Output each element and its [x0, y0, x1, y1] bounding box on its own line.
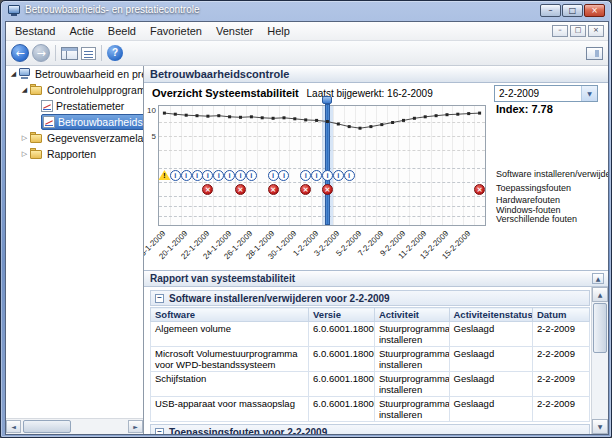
date-dropdown[interactable]: 2-2-2009 ▼ [494, 85, 598, 102]
table-cell: Stuurprogramma installeren [374, 372, 449, 397]
child-close-button[interactable]: × [588, 25, 604, 37]
collapse-icon[interactable]: − [155, 428, 164, 435]
forward-button[interactable]: → [32, 44, 50, 62]
column-header[interactable]: Datum [532, 308, 589, 322]
table-row[interactable]: Schijfstation6.0.6001.18000Stuurprogramm… [151, 372, 590, 397]
tree-item-betrouwbaarheidscontrole[interactable]: Betrouwbaarheidscontrole [6, 114, 143, 130]
section-software-installs[interactable]: − Software installeren/verwijderen voor … [150, 290, 590, 306]
error-icon: × [268, 184, 279, 195]
reliability-chart-icon [43, 116, 55, 128]
menu-help[interactable]: Help [260, 24, 297, 38]
warning-icon: ! [158, 170, 170, 180]
table-cell: Stuurprogramma installeren [374, 397, 449, 422]
scroll-down-arrow[interactable]: ▼ [592, 419, 608, 434]
overview-title: Overzicht Systeemstabiliteit [152, 87, 299, 99]
console-body: ◢ Betrouwbaarheid en prestaties ◢ Contro… [6, 66, 608, 434]
expander-icon[interactable]: ◢ [19, 86, 30, 94]
software-installs-table: SoftwareVersieActiviteitActiviteitenstat… [150, 307, 590, 422]
child-restore-button[interactable]: □ [570, 25, 586, 37]
scroll-right-arrow[interactable]: ► [128, 420, 143, 433]
menu-bestand[interactable]: Bestand [8, 24, 62, 38]
export-list-icon[interactable] [81, 47, 96, 60]
column-header[interactable]: Software [151, 308, 309, 322]
section-title: Toepassingsfouten voor 2-2-2009 [169, 427, 327, 435]
folder-icon [30, 132, 44, 144]
close-button[interactable]: × [584, 4, 605, 17]
tree-item-label: Gegevensverzamelaarsets [47, 132, 144, 144]
expander-icon[interactable]: ▷ [19, 134, 30, 142]
report-title-text: Rapport van systeemstabiliteit [150, 273, 295, 284]
tree-item-rapporten[interactable]: ▷ Rapporten [6, 146, 143, 162]
folder-icon [30, 84, 44, 96]
table-row[interactable]: USB-apparaat voor massaopslag6.0.6001.18… [151, 397, 590, 422]
child-minimize-button[interactable]: – [552, 25, 568, 37]
tree-horizontal-scrollbar[interactable]: ◄ ► [6, 418, 143, 434]
app-icon [8, 5, 20, 16]
report-vertical-scrollbar[interactable]: ▲ ▼ [591, 287, 608, 434]
table-cell: 6.0.6001.18000 [309, 397, 375, 422]
tree-item-label: Rapporten [47, 148, 96, 160]
back-button[interactable]: ← [11, 44, 29, 62]
selected-tree-item[interactable]: Betrouwbaarheidscontrole [41, 114, 144, 130]
collapse-icon[interactable]: − [155, 294, 164, 303]
main-panel: Betrouwbaarheidscontrole Overzicht Syste… [144, 66, 608, 434]
expander-icon[interactable]: ◢ [8, 70, 19, 78]
tree-item-prestatiemeter[interactable]: Prestatiemeter [6, 98, 143, 114]
column-header[interactable]: Activiteit [374, 308, 449, 322]
table-cell: Geslaagd [449, 322, 532, 347]
error-icon: × [300, 184, 311, 195]
show-action-pane-icon[interactable] [586, 47, 603, 60]
tree-item-root[interactable]: ◢ Betrouwbaarheid en prestaties [6, 66, 143, 82]
date-slider-handle[interactable] [322, 96, 332, 104]
scroll-left-arrow[interactable]: ◄ [6, 420, 21, 433]
table-cell: Stuurprogramma installeren [374, 322, 449, 347]
scrollbar-thumb[interactable] [593, 303, 607, 353]
app-window: Betrouwbaarheids- en prestatiecontrole –… [0, 0, 612, 438]
x-axis-labels: 18-1-200920-1-200922-1-200924-1-200926-1… [158, 226, 484, 270]
software-install-icon: i [333, 170, 344, 181]
panel-title: Betrouwbaarheidscontrole [144, 66, 608, 83]
table-cell: USB-apparaat voor massaopslag [151, 397, 309, 422]
toolbar: ← → ? [6, 41, 608, 66]
collapse-report-button[interactable]: ▲ [592, 273, 604, 284]
table-cell: Microsoft Volumestuurprogramma voor WPD-… [151, 347, 309, 372]
column-header[interactable]: Versie [309, 308, 375, 322]
column-header[interactable]: Activiteitenstatus [449, 308, 532, 322]
window-controls: – □ × [540, 4, 605, 17]
console-frame: Bestand Actie Beeld Favorieten Venster H… [5, 21, 609, 435]
software-install-icon: i [311, 170, 322, 181]
software-install-icon: i [181, 170, 192, 181]
menu-actie[interactable]: Actie [62, 24, 100, 38]
folder-icon [30, 148, 44, 160]
table-row[interactable]: Microsoft Volumestuurprogramma voor WPD-… [151, 347, 590, 372]
chevron-down-icon[interactable]: ▼ [581, 86, 597, 101]
expander-icon[interactable]: ▷ [19, 150, 30, 158]
table-cell: Geslaagd [449, 397, 532, 422]
table-cell: Geslaagd [449, 347, 532, 372]
y-axis-tick-label: 10 [144, 106, 156, 115]
menu-venster[interactable]: Venster [209, 24, 260, 38]
scroll-up-arrow[interactable]: ▲ [592, 287, 608, 302]
menubar: Bestand Actie Beeld Favorieten Venster H… [6, 22, 608, 41]
titlebar[interactable]: Betrouwbaarheids- en prestatiecontrole –… [1, 1, 611, 20]
minimize-button[interactable]: – [540, 4, 561, 17]
scrollbar-thumb[interactable] [23, 420, 71, 433]
error-icon: × [322, 184, 333, 195]
menu-beeld[interactable]: Beeld [101, 24, 143, 38]
tree-item-label: Prestatiemeter [56, 100, 124, 112]
section-application-failures[interactable]: − Toepassingsfouten voor 2-2-2009 [150, 424, 590, 434]
stability-index-line [159, 106, 485, 168]
software-install-icon: i [322, 170, 333, 181]
table-row[interactable]: Algemeen volume6.0.6001.18000Stuurprogra… [151, 322, 590, 347]
table-cell: 6.0.6001.18000 [309, 347, 375, 372]
software-install-icon: i [213, 170, 224, 181]
help-icon[interactable]: ? [107, 45, 123, 61]
stability-chart-plot[interactable]: 105!iiiiiiiiiiiiiii×××××× [158, 105, 486, 226]
maximize-button[interactable]: □ [562, 4, 583, 17]
tree-item-gegevensverzamelaarsets[interactable]: ▷ Gegevensverzamelaarsets [6, 130, 143, 146]
tree-item-controlehulpprogrammas[interactable]: ◢ Controlehulpprogramma's [6, 82, 143, 98]
menu-favorieten[interactable]: Favorieten [143, 24, 209, 38]
event-row-label: Software installeren/verwijderen [496, 169, 608, 179]
show-console-tree-icon[interactable] [61, 47, 78, 60]
table-cell: Algemeen volume [151, 322, 309, 347]
